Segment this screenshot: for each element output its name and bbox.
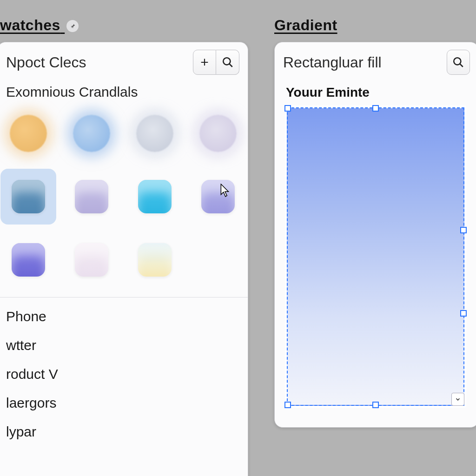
swatch-preview [12, 243, 45, 277]
category-item[interactable]: laergors [0, 389, 248, 417]
selection-rectangle[interactable] [287, 107, 464, 406]
swatch-preview [201, 180, 235, 213]
search-gradient-button[interactable] [447, 50, 470, 75]
swatch-orange-blob[interactable] [0, 106, 56, 161]
swatch-lilac-quote[interactable] [190, 106, 246, 161]
svg-point-2 [454, 58, 461, 65]
chevron-down-icon [455, 396, 461, 403]
swatch-group-title: Exomnious Crandlals [0, 79, 248, 103]
selection-handle[interactable] [284, 105, 291, 112]
gradient-panel-title: Rectangluar fill [283, 54, 442, 71]
gradient-panel: Rectangluar fill Youur Eminte [274, 42, 476, 428]
tab-swatches-label: watches [0, 17, 60, 33]
gradient-dropdown-button[interactable] [451, 393, 464, 406]
swatch-pink-mist[interactable] [64, 232, 119, 288]
gradient-preview-label: Youur Eminte [286, 85, 468, 100]
selection-handle[interactable] [460, 227, 467, 233]
tab-gradient[interactable]: Gradient [274, 17, 337, 34]
swatches-panel-title: Npoct Clecs [6, 54, 188, 71]
tab-gradient-label: Gradient [274, 17, 337, 33]
swatch-preview [73, 115, 110, 152]
swatch-steel-blue[interactable] [0, 169, 56, 225]
swatch-cyan[interactable] [127, 169, 183, 225]
category-item[interactable]: wtter [0, 331, 248, 360]
svg-point-0 [223, 58, 230, 65]
selection-handle[interactable] [372, 402, 379, 408]
swatch-violet-gloss[interactable] [0, 232, 56, 288]
swatch-dawn[interactable] [127, 232, 183, 288]
plus-icon: + [200, 54, 209, 70]
gradient-preview-area: Youur Eminte [275, 79, 476, 427]
svg-line-3 [460, 64, 463, 66]
swatch-blue-blob[interactable] [64, 106, 119, 161]
swatch-preview [12, 180, 45, 213]
swatches-panel: Npoct Clecs + Exomnious Crandlals Phonew… [0, 42, 248, 476]
selection-handle[interactable] [284, 402, 291, 408]
category-item[interactable]: lypar [0, 417, 248, 446]
swatches-panel-header: Npoct Clecs + [0, 42, 248, 79]
swatch-preview [199, 115, 237, 152]
selection-handle[interactable] [372, 105, 379, 112]
swatch-grid [0, 103, 248, 297]
swatch-preview [138, 180, 172, 213]
selection-handle[interactable] [460, 310, 467, 317]
gradient-panel-header: Rectangluar fill [275, 42, 476, 79]
category-item[interactable]: roduct V [0, 360, 248, 389]
tab-swatches[interactable]: watches [0, 17, 79, 34]
swatch-preview [138, 243, 172, 277]
swatch-preview [75, 180, 108, 213]
category-list: Phonewtterroduct Vlaergorslypar [0, 297, 248, 446]
category-item[interactable]: Phone [0, 302, 248, 331]
swatches-header-actions: + [193, 50, 239, 75]
gradient-canvas[interactable] [285, 106, 466, 408]
svg-line-1 [229, 64, 232, 66]
swatch-preview [136, 115, 173, 152]
swatch-grey-quote[interactable] [127, 106, 183, 161]
swatch-periwinkle[interactable] [190, 169, 246, 225]
swatch-preview [10, 115, 47, 152]
swatch-preview [75, 243, 108, 277]
swatch-soft-lilac[interactable] [64, 169, 119, 225]
pin-icon [66, 20, 79, 32]
add-swatch-button[interactable]: + [193, 50, 216, 75]
search-icon [452, 56, 464, 68]
search-icon [222, 56, 234, 68]
search-swatches-button[interactable] [216, 50, 239, 75]
